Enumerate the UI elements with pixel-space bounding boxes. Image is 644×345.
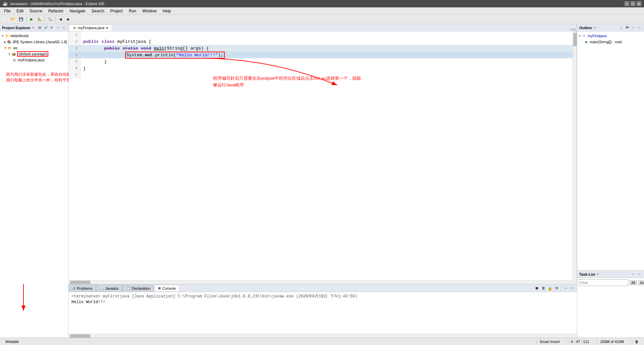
toolbar-open[interactable]: 📂 [9,16,17,23]
menu-window[interactable]: Window [140,8,159,14]
find-all-button[interactable]: All [630,280,637,285]
tab-console[interactable]: 🖥 Console [154,285,179,291]
code-line-1: 1 [69,31,573,38]
maximize-console-btn[interactable]: □ [570,285,576,291]
toolbar-run[interactable]: ▶ [28,16,35,23]
link-with-editor-icon[interactable]: 🔗 [43,25,48,30]
code-content-4: System.out.println("Hello World!!!"); [80,52,225,59]
console-settings-btn[interactable]: ⚙ [554,285,560,291]
java-tab-icon: ☕ [72,26,76,30]
task-list-content: All Activate... [577,278,644,289]
view-menu-icon[interactable]: ▼ [49,25,54,30]
console-hscrollbar[interactable] [69,334,577,338]
menu-help[interactable]: Help [160,8,174,14]
editor-vscrollbar[interactable] [573,31,577,280]
tree-item-helloworld[interactable]: ▼ 📁 HelloWorld [0,33,68,39]
outline-item-class[interactable]: ▼ C myFirstjava [577,33,644,39]
right-panel: Outline ✕ ↕ 👁 ─ □ ▼ C myFirstjava [577,24,644,338]
outline-class-label: myFirstjava [588,34,606,38]
tree-item-src[interactable]: ▼ 📂 src [0,45,68,51]
tab-close-icon[interactable]: ✕ [106,26,108,30]
editor-scrollable: 1 2 public class myFirstjava { 3 public … [69,31,577,280]
find-input[interactable] [579,279,628,286]
expand-arrow-src: ▼ [4,47,7,50]
tab-javadoc[interactable]: 📖 Javadoc [96,285,122,291]
console-output-line: Hello World!!! [71,300,574,304]
editor-tab-myfirstjava[interactable]: ☕ myFirstjava.java ✕ [69,24,112,31]
stop-console-btn[interactable]: ⏹ [534,285,540,291]
code-content-5: } [80,59,107,64]
gc-button[interactable]: 🗑 [632,340,641,344]
outline-maximize-icon[interactable]: □ [637,25,642,30]
window-title: Javaspace - HelloWorld/src/myFirstjava.j… [10,2,105,6]
task-list-maximize-icon[interactable]: □ [637,272,642,277]
maximize-panel-icon[interactable]: □ [61,25,66,30]
console-hscroll-thumb[interactable] [70,334,90,338]
outline-title: Outline [579,26,592,30]
project-explorer-close-icon: ✕ [32,26,35,29]
menu-refactor[interactable]: Refactor [46,8,66,14]
editor-tab-controls: ─ □ [569,27,577,31]
tab-problems[interactable]: ⚠ Problems [69,285,96,291]
console-toolbar-buttons: ⏹ 🗑 🔒 ⚙ ─ □ [532,285,577,291]
javadoc-icon: 📖 [100,286,104,290]
minimize-panel-icon[interactable]: ─ [55,25,60,30]
close-button[interactable]: ✕ [637,1,641,6]
editor-hscroll-thumb[interactable] [70,281,90,284]
toolbar-back[interactable]: ◀ [57,16,64,23]
maximize-editor-icon[interactable]: □ [573,27,575,31]
menu-edit[interactable]: Edit [14,8,26,14]
toolbar-search[interactable]: 🔍 [46,16,54,23]
minimize-console-btn[interactable]: ─ [563,285,569,291]
task-list-panel: Task List ✕ ─ □ All Activate... [577,271,644,338]
collapse-all-icon[interactable]: ⊟ [37,25,42,30]
outline-method-label: main(String[]) : void [590,40,622,44]
minimize-button[interactable]: ─ [625,1,629,6]
menu-source[interactable]: Source [27,8,45,14]
editor-hscrollbar[interactable] [69,280,577,284]
outline-item-method[interactable]: ▶ main(String[]) : void [577,39,644,45]
outline-sort-icon[interactable]: ↕ [619,25,624,30]
tree-item-jre[interactable]: ▶ 📚 JRE System Library [JavaSE-1.8] [0,39,68,45]
menu-search[interactable]: Search [89,8,107,14]
outline-panel: Outline ✕ ↕ 👁 ─ □ ▼ C myFirstjava [577,24,644,271]
task-list-toolbar: ─ □ [631,272,642,277]
outline-hide-icon[interactable]: 👁 [625,25,630,30]
line-num-3: 3 [69,45,80,52]
task-list-minimize-icon[interactable]: ─ [631,272,636,277]
menu-project[interactable]: Project [108,8,125,14]
tab-declaration[interactable]: 📋 Declaration [122,285,154,291]
toolbar-save[interactable]: 💾 [17,16,25,23]
tab-javadoc-label: Javadoc [105,286,119,290]
toolbar-new[interactable]: 📄 [1,16,9,23]
package-label: (default package) [17,51,48,57]
status-memory: 258M of 410M [597,340,627,344]
window-controls[interactable]: ─ □ ✕ [625,1,641,6]
main-layout: Project Explorer ✕ ⊟ 🔗 ▼ ─ □ ▼ 📁 HelloWo… [0,24,644,338]
console-sep [561,285,561,291]
method-icon: ▶ [584,40,589,44]
editor-vscroll-thumb[interactable] [573,33,577,46]
menu-run[interactable]: Run [126,8,139,14]
maximize-button[interactable]: □ [631,1,635,6]
clear-console-btn[interactable]: 🗑 [540,285,546,291]
toolbar: 📄 📂 💾 ▶ 🐛 🔍 ◀ ▶ [0,15,644,24]
menu-file[interactable]: File [1,8,13,14]
tree-item-default-package[interactable]: ▼ 📦 (default package) [0,51,68,57]
tree-item-java-file[interactable]: ☕ myFirstjava.java [0,57,68,63]
project-explorer-title: Project Explorer [2,26,31,30]
toolbar-forward[interactable]: ▶ [65,16,72,23]
code-editor[interactable]: 1 2 public class myFirstjava { 3 public … [69,31,573,280]
menu-navigate[interactable]: Navigate [67,8,88,14]
project-explorer-panel: Project Explorer ✕ ⊟ 🔗 ▼ ─ □ ▼ 📁 HelloWo… [0,24,69,338]
annotation-text-right: 程序编写好后只需要右击eclipse中间空白区域后点击run as选择第一个，就… [213,75,364,88]
outline-minimize-icon[interactable]: ─ [631,25,636,30]
activate-button[interactable]: Activate... [638,280,644,285]
src-label: src [13,46,18,50]
toolbar-separator-1 [26,16,26,22]
minimize-editor-icon[interactable]: ─ [570,27,573,31]
scroll-lock-btn[interactable]: 🔒 [547,285,553,291]
toolbar-separator-3 [55,16,55,22]
line-num-1: 1 [69,31,80,38]
toolbar-debug[interactable]: 🐛 [36,16,43,23]
